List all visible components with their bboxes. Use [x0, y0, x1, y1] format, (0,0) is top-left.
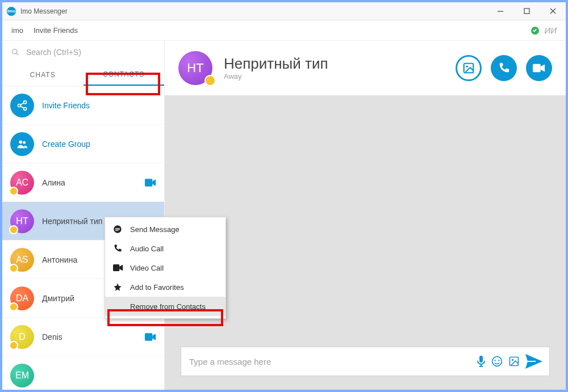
image-icon[interactable] — [508, 356, 520, 367]
message-input[interactable] — [188, 356, 471, 367]
minimize-button[interactable] — [487, 2, 513, 20]
top-menu: imo Invite Friends ИИ — [2, 20, 566, 41]
message-icon — [113, 225, 123, 234]
svg-point-7 — [18, 104, 21, 107]
presence-away-icon — [9, 341, 18, 350]
star-icon — [113, 283, 123, 292]
menu-invite-friends[interactable]: Invite Friends — [34, 26, 78, 35]
svg-rect-18 — [533, 64, 541, 73]
svg-point-22 — [492, 357, 502, 366]
share-icon — [10, 94, 34, 117]
window-title: Imo Messenger — [20, 7, 68, 15]
chat-title: Непритный тип — [224, 56, 328, 72]
svg-point-24 — [498, 360, 499, 361]
ctx-audio-call[interactable]: Audio Call — [105, 239, 225, 258]
main-pane: HT Непритный тип Away — [165, 41, 566, 390]
ctx-item-label: Remove from Contacts — [130, 302, 206, 311]
svg-line-5 — [16, 53, 19, 56]
presence-away-icon — [9, 264, 18, 273]
status-online-icon — [531, 27, 539, 35]
send-button[interactable] — [525, 354, 542, 369]
svg-point-11 — [19, 140, 22, 144]
presence-away-icon — [204, 75, 216, 86]
presence-away-icon — [9, 187, 18, 196]
avatar: HT — [10, 209, 34, 233]
chat-header: HT Непритный тип Away — [165, 41, 566, 95]
ctx-remove-contact[interactable]: Remove from Contacts — [105, 297, 225, 316]
avatar[interactable]: HT — [178, 51, 212, 85]
ctx-video-call[interactable]: Video Call — [105, 258, 225, 277]
contact-name: Алина — [42, 178, 137, 187]
svg-point-4 — [12, 49, 17, 54]
ctx-item-label: Video Call — [130, 264, 164, 272]
ctx-add-favorites[interactable]: Add to Favorites — [105, 277, 225, 297]
svg-rect-13 — [145, 179, 152, 186]
svg-rect-25 — [510, 357, 519, 366]
sidebar-item-label: Invite Friends — [42, 101, 156, 110]
sidebar-item-label: Create Group — [42, 140, 156, 149]
svg-point-23 — [495, 360, 496, 361]
chat-status: Away — [224, 72, 328, 81]
svg-rect-1 — [524, 9, 529, 14]
contact-name: Denis — [42, 332, 137, 342]
maximize-button[interactable] — [513, 2, 540, 20]
avatar: D — [10, 325, 34, 349]
group-icon — [10, 132, 34, 156]
contact-row[interactable]: D Denis — [2, 318, 164, 356]
sidebar: CHATS CONTACTS Invite Friends Create Gro… — [2, 41, 165, 390]
avatar: EM — [10, 364, 34, 387]
svg-line-10 — [20, 106, 24, 108]
menu-imo[interactable]: imo — [11, 26, 23, 35]
ctx-item-label: Audio Call — [130, 245, 164, 253]
titlebar: imo Imo Messenger — [2, 2, 566, 20]
sidebar-item-invite-friends[interactable]: Invite Friends — [2, 86, 164, 125]
search-icon — [11, 48, 19, 56]
svg-rect-30 — [115, 230, 118, 231]
close-button[interactable] — [540, 2, 566, 20]
app-window: imo Imo Messenger imo Invite Friends ИИ — [0, 0, 568, 392]
tab-chats[interactable]: CHATS — [2, 64, 83, 86]
svg-rect-28 — [115, 228, 120, 229]
contact-row[interactable]: AC Алина — [2, 163, 164, 202]
svg-rect-15 — [145, 333, 152, 340]
sidebar-item-create-group[interactable]: Create Group — [2, 125, 164, 163]
phone-icon — [113, 244, 123, 253]
svg-rect-31 — [113, 264, 119, 271]
avatar: AC — [10, 171, 34, 195]
ctx-item-label: Add to Favorites — [130, 283, 184, 292]
window-controls — [487, 2, 566, 20]
ctx-send-message[interactable]: Send Message — [105, 220, 225, 239]
mic-icon[interactable] — [477, 355, 486, 368]
avatar: AS — [10, 248, 34, 272]
message-composer — [181, 347, 550, 376]
video-icon — [113, 264, 123, 271]
svg-line-9 — [20, 103, 24, 104]
svg-rect-29 — [115, 229, 120, 230]
gallery-button[interactable] — [456, 55, 482, 81]
tab-contacts[interactable]: CONTACTS — [83, 64, 165, 86]
svg-rect-19 — [479, 356, 483, 363]
svg-point-6 — [24, 100, 27, 103]
audio-call-button[interactable] — [491, 55, 517, 81]
svg-point-26 — [512, 359, 513, 361]
presence-away-icon — [9, 302, 18, 311]
app-icon: imo — [7, 7, 16, 16]
ctx-item-label: Send Message — [130, 225, 179, 234]
search-bar[interactable] — [2, 41, 164, 64]
video-call-icon[interactable] — [145, 333, 156, 341]
presence-away-icon — [9, 225, 18, 234]
svg-point-8 — [24, 107, 27, 110]
context-menu: Send Message Audio Call Video Call Add t… — [105, 217, 226, 319]
search-input[interactable] — [25, 47, 155, 57]
avatar: DA — [10, 286, 34, 310]
emoji-icon[interactable] — [491, 356, 503, 367]
svg-point-17 — [466, 65, 468, 68]
current-user-initials[interactable]: ИИ — [545, 26, 557, 35]
svg-point-12 — [23, 141, 26, 144]
contact-row[interactable]: EM — [2, 356, 164, 390]
sidebar-tabs: CHATS CONTACTS — [2, 64, 164, 86]
svg-rect-16 — [464, 64, 474, 73]
video-call-icon[interactable] — [145, 179, 156, 187]
video-call-button[interactable] — [526, 55, 552, 81]
